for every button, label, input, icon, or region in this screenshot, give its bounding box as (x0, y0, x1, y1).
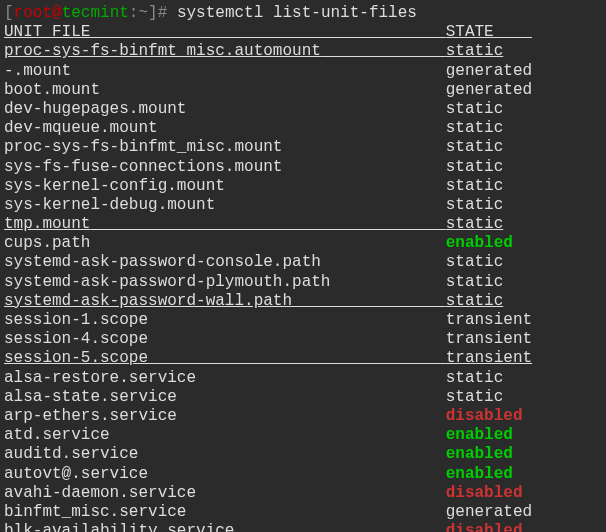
unit-file-name: systemd-ask-password-console.path (4, 253, 321, 271)
column-gap (110, 426, 446, 444)
column-gap (186, 100, 445, 118)
unit-file-name: boot.mount (4, 81, 100, 99)
unit-state: static (446, 119, 504, 137)
unit-state: static (446, 100, 504, 118)
prompt-hash: # (158, 4, 177, 22)
unit-state: static (446, 253, 504, 271)
unit-file-name: dev-hugepages.mount (4, 100, 186, 118)
column-gap (148, 311, 446, 329)
unit-state: static (446, 138, 504, 156)
column-gap (177, 407, 446, 425)
unit-state: static (446, 196, 504, 214)
bracket-close: ] (148, 4, 158, 22)
table-row: arp-ethers.service disabled (4, 407, 602, 426)
unit-state: static (446, 215, 504, 233)
unit-state: generated (446, 503, 532, 521)
header-state: STATE (446, 23, 532, 41)
unit-state: enabled (446, 465, 513, 483)
unit-file-name: sys-kernel-config.mount (4, 177, 225, 195)
unit-file-name: alsa-state.service (4, 388, 177, 406)
table-row: session-5.scope transient (4, 349, 602, 368)
table-row: alsa-state.service static (4, 388, 602, 407)
table-row: dev-hugepages.mount static (4, 100, 602, 119)
column-gap (90, 215, 445, 233)
unit-state: enabled (446, 234, 513, 252)
table-row: binfmt_misc.service generated (4, 503, 602, 522)
table-row: systemd-ask-password-plymouth.path stati… (4, 273, 602, 292)
table-row: sys-kernel-config.mount static (4, 177, 602, 196)
unit-state: enabled (446, 445, 513, 463)
unit-state: generated (446, 62, 532, 80)
unit-state: static (446, 369, 504, 387)
unit-file-name: alsa-restore.service (4, 369, 196, 387)
table-row: -.mount generated (4, 62, 602, 81)
column-gap (292, 292, 446, 310)
column-gap (330, 273, 445, 291)
column-gap (138, 445, 445, 463)
table-row: sys-kernel-debug.mount static (4, 196, 602, 215)
unit-state: static (446, 177, 504, 195)
unit-file-name: systemd-ask-password-plymouth.path (4, 273, 330, 291)
column-gap (158, 119, 446, 137)
unit-state: transient (446, 311, 532, 329)
unit-file-name: proc-sys-fs-binfmt_misc.mount (4, 138, 282, 156)
unit-file-name: -.mount (4, 62, 71, 80)
prompt-at: @ (52, 4, 62, 22)
table-row: boot.mount generated (4, 81, 602, 100)
terminal-prompt: [root@tecmint:~]# systemctl list-unit-fi… (4, 4, 602, 23)
table-row: sys-fs-fuse-connections.mount static (4, 158, 602, 177)
unit-file-list: proc-sys-fs-binfmt_misc.automount static… (4, 42, 602, 532)
unit-state: transient (446, 330, 532, 348)
unit-file-name: session-1.scope (4, 311, 148, 329)
column-gap (100, 81, 446, 99)
column-gap (71, 62, 445, 80)
unit-file-name: avahi-daemon.service (4, 484, 196, 502)
column-gap (282, 138, 445, 156)
table-row: systemd-ask-password-console.path static (4, 253, 602, 272)
column-gap (148, 465, 446, 483)
unit-file-name: autovt@.service (4, 465, 148, 483)
unit-file-name: arp-ethers.service (4, 407, 177, 425)
column-gap (177, 388, 446, 406)
prompt-colon: : (129, 4, 139, 22)
column-gap (234, 522, 445, 532)
table-row: avahi-daemon.service disabled (4, 484, 602, 503)
unit-file-name: sys-fs-fuse-connections.mount (4, 158, 282, 176)
table-row: dev-mqueue.mount static (4, 119, 602, 138)
column-gap (215, 196, 445, 214)
table-header: UNIT FILE STATE (4, 23, 602, 42)
command-text[interactable]: systemctl list-unit-files (177, 4, 417, 22)
column-gap (148, 349, 446, 367)
unit-file-name: auditd.service (4, 445, 138, 463)
unit-state: static (446, 388, 504, 406)
unit-file-name: blk-availability.service (4, 522, 234, 532)
table-row: auditd.service enabled (4, 445, 602, 464)
bracket-open: [ (4, 4, 14, 22)
unit-state: static (446, 42, 504, 60)
unit-state: enabled (446, 426, 513, 444)
column-gap (90, 234, 445, 252)
prompt-user: root (14, 4, 52, 22)
unit-state: static (446, 273, 504, 291)
table-row: systemd-ask-password-wall.path static (4, 292, 602, 311)
table-row: blk-availability.service disabled (4, 522, 602, 532)
column-gap (148, 330, 446, 348)
unit-file-name: dev-mqueue.mount (4, 119, 158, 137)
unit-file-name: cups.path (4, 234, 90, 252)
unit-file-name: session-5.scope (4, 349, 148, 367)
header-unit-file: UNIT FILE (4, 23, 446, 41)
unit-file-name: systemd-ask-password-wall.path (4, 292, 292, 310)
prompt-path: ~ (138, 4, 148, 22)
table-row: proc-sys-fs-binfmt_misc.automount static (4, 42, 602, 61)
column-gap (321, 42, 446, 60)
unit-state: disabled (446, 484, 523, 502)
prompt-host: tecmint (62, 4, 129, 22)
unit-state: disabled (446, 522, 523, 532)
table-row: alsa-restore.service static (4, 369, 602, 388)
table-row: proc-sys-fs-binfmt_misc.mount static (4, 138, 602, 157)
unit-file-name: atd.service (4, 426, 110, 444)
table-row: autovt@.service enabled (4, 465, 602, 484)
unit-state: static (446, 292, 504, 310)
table-row: session-1.scope transient (4, 311, 602, 330)
column-gap (196, 369, 446, 387)
